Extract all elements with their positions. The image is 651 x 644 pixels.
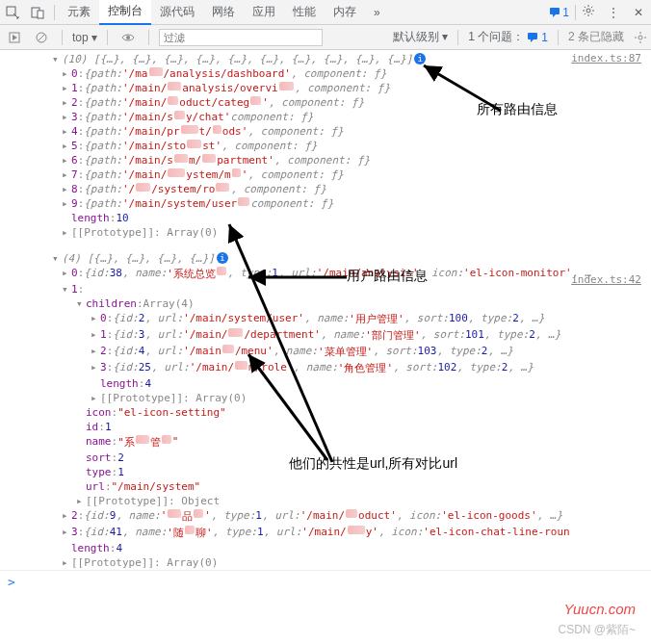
object-entry[interactable]: ▸2: {path: '/main/oduct/categ', componen…: [0, 95, 651, 110]
object-entry[interactable]: ▸3: {path: '/main/sy/chat' component: ƒ}: [0, 110, 651, 124]
svg-rect-3: [550, 8, 560, 14]
svg-point-10: [638, 36, 642, 39]
info-icon[interactable]: i: [217, 252, 228, 264]
play-icon[interactable]: [4, 27, 25, 48]
expand-icon[interactable]: ▾: [52, 53, 62, 65]
gear-icon[interactable]: [576, 4, 601, 20]
devtools-toolbar: 元素 控制台 源代码 网络 应用 性能 内存 » 1 ⋮ ✕: [0, 0, 651, 25]
source-link[interactable]: index.ts:42: [571, 273, 641, 286]
console-subbar: top ▾ 默认级别 ▾ 1 个问题： 1 2 条已隐藏: [0, 25, 651, 50]
tab-application[interactable]: 应用: [244, 0, 284, 25]
object-entry[interactable]: ▸2: {id: 4, url: '/main/menu', name: '菜单…: [0, 344, 651, 360]
svg-rect-9: [528, 33, 537, 39]
object-entry[interactable]: ▸1: {id: 3, url: '/main//department', na…: [0, 327, 651, 344]
log-array-header[interactable]: ▾ (10) [{…}, {…}, {…}, {…}, {…}, {…}, {……: [0, 52, 651, 66]
object-entry[interactable]: ▸9: {path: '/main/system/usercomponent: …: [0, 196, 651, 211]
object-entry[interactable]: ▸6: {path: '/main/sm/partment', componen…: [0, 153, 651, 167]
eye-icon[interactable]: [117, 27, 139, 48]
tab-more[interactable]: »: [365, 0, 389, 25]
object-entry[interactable]: ▸0: {id: 38, name: '系统总览, type: 1, url: …: [0, 266, 651, 282]
tab-elements[interactable]: 元素: [59, 0, 99, 25]
issues-indicator[interactable]: 1 个问题： 1: [468, 29, 548, 45]
level-selector[interactable]: 默认级别 ▾: [393, 29, 448, 45]
object-entry[interactable]: ▸3: {id: 25, url: '/main/m/role', name: …: [0, 360, 651, 376]
watermark: Yuucn.com: [564, 601, 636, 617]
tab-performance[interactable]: 性能: [284, 0, 325, 25]
inspect-icon[interactable]: [0, 0, 25, 25]
source-link[interactable]: index.ts:87: [571, 52, 641, 64]
tab-sources[interactable]: 源代码: [151, 0, 203, 25]
svg-point-4: [586, 9, 590, 13]
filter-input[interactable]: [159, 29, 323, 46]
tab-console[interactable]: 控制台: [99, 0, 151, 25]
console-prompt[interactable]: >: [0, 570, 651, 593]
object-entry[interactable]: ▸0: {path: '/ma/analysis/dashboard', com…: [0, 66, 651, 81]
svg-line-7: [38, 34, 45, 41]
clear-icon[interactable]: [31, 27, 52, 48]
object-entry[interactable]: ▸4: {path: '/main/prt/ods', component: ƒ…: [0, 124, 651, 139]
info-icon[interactable]: i: [414, 53, 426, 64]
message-count[interactable]: 1: [543, 6, 575, 19]
object-entry[interactable]: ▸0: {id: 2, url: '/main/system/user', na…: [0, 311, 651, 327]
more-icon[interactable]: ⋮: [601, 6, 626, 19]
context-selector[interactable]: top ▾: [72, 31, 97, 44]
object-entry[interactable]: ▸7: {path: '/main/ystem/m', component: ƒ…: [0, 167, 651, 182]
svg-rect-2: [38, 11, 43, 18]
console-output: index.ts:87 ▾ (10) [{…}, {…}, {…}, {…}, …: [0, 50, 651, 603]
watermark: CSDN @紫陌~: [558, 622, 636, 638]
object-entry[interactable]: ▸5: {path: '/main/stost', component: ƒ}: [0, 139, 651, 153]
device-toggle-icon[interactable]: [25, 0, 50, 25]
close-icon[interactable]: ✕: [626, 6, 651, 19]
object-entry[interactable]: ▸8: {path: '//system/ro, component: ƒ}: [0, 182, 651, 196]
svg-point-8: [126, 36, 130, 39]
tab-memory[interactable]: 内存: [325, 0, 365, 25]
tab-network[interactable]: 网络: [203, 0, 244, 25]
settings-icon[interactable]: [630, 27, 651, 48]
hidden-count[interactable]: 2 条已隐藏: [568, 29, 624, 45]
object-entry[interactable]: ▸1: {path: '/main/analysis/overvi, compo…: [0, 81, 651, 95]
log-array-header[interactable]: ▾ (4) [{…}, {…}, {…}, {…}] i: [0, 251, 651, 266]
